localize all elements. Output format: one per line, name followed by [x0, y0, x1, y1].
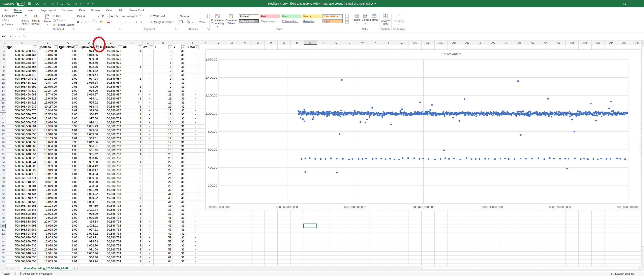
cell-A30[interactable]: 508,868,618,566: [6, 144, 38, 148]
cell-H19[interactable]: 12: [154, 105, 172, 109]
name-box[interactable]: S50 ▾: [0, 34, 12, 39]
cell-A8[interactable]: 508,868,378,555: [6, 65, 38, 69]
cell-E12[interactable]: 50,886,687: [99, 81, 122, 85]
cell-A24[interactable]: 508,868,558,633: [6, 121, 38, 125]
cell-E47[interactable]: 50,886,718: [99, 212, 122, 216]
cell-D58[interactable]: 500.30: [78, 256, 99, 260]
cell-B12[interactable]: 9,847.00: [38, 81, 58, 85]
cell-A37[interactable]: 508,868,698,579: [6, 172, 38, 176]
cell-H8[interactable]: 8: [154, 65, 172, 69]
cell-A16[interactable]: 508,868,469,228: [6, 97, 38, 101]
cell-C50[interactable]: 1.00: [58, 224, 78, 228]
cell-J33[interactable]: -: [186, 156, 199, 160]
column-header-M[interactable]: M: [225, 40, 238, 45]
cell-F54[interactable]: 3: [122, 240, 142, 244]
cell-C8[interactable]: 1.01: [58, 65, 78, 69]
cell-D50[interactable]: 1,003.11: [78, 224, 99, 228]
column-header-D[interactable]: D: [78, 40, 99, 45]
cell-F46[interactable]: 3: [122, 208, 142, 212]
cell-F9[interactable]: -: [122, 69, 142, 73]
cell-J14[interactable]: -: [186, 89, 199, 93]
number-format-select[interactable]: General▾: [179, 14, 208, 18]
cell-C20[interactable]: 1.09: [58, 109, 78, 113]
cell-C49[interactable]: 2.00: [58, 220, 78, 224]
row-header-24[interactable]: 24: [0, 121, 6, 125]
cell-F50[interactable]: 3: [122, 224, 142, 228]
column-header-AM[interactable]: AM: [565, 40, 578, 45]
column-header-AK[interactable]: AK: [539, 40, 552, 45]
cell-H18[interactable]: 12: [154, 101, 172, 105]
row-header-26[interactable]: 26: [0, 129, 6, 133]
cell-H46[interactable]: 37: [154, 208, 172, 212]
analyze-data-button[interactable]: Analyze Data: [380, 14, 391, 25]
cell-E36[interactable]: 50,886,703: [99, 168, 122, 172]
filter-button-QpcDeltaMS[interactable]: [74, 45, 78, 49]
wrap-text-button[interactable]: ↩ Wrap Text: [150, 14, 165, 17]
cell-E8[interactable]: 50,886,671: [99, 65, 122, 69]
cell-A40[interactable]: 508,868,738,601: [6, 184, 38, 188]
cell-H44[interactable]: 34: [154, 200, 172, 204]
cell-I38[interactable]: 31: [172, 176, 186, 180]
menu-tab-help[interactable]: Help: [117, 9, 124, 13]
cell-C34[interactable]: 1.00: [58, 160, 78, 164]
menu-tab-home[interactable]: Home: [14, 9, 22, 13]
cell-C58[interactable]: 2.00: [58, 256, 78, 260]
number-dialog-launcher-icon[interactable]: ↘: [207, 27, 209, 30]
cell-J55[interactable]: -: [186, 244, 199, 248]
column-header-A[interactable]: A: [6, 40, 38, 45]
cell-C22[interactable]: 2.85: [58, 113, 78, 117]
cell-style-normal[interactable]: Normal: [239, 14, 259, 18]
cell-C14[interactable]: 1.02: [58, 89, 78, 93]
row-header-47[interactable]: 47: [0, 212, 6, 216]
cell-H40[interactable]: 28: [154, 184, 172, 188]
cell-H5[interactable]: 8: [154, 53, 172, 57]
cell-E19[interactable]: 50,886,687: [99, 105, 122, 109]
cell-H28[interactable]: 17: [154, 137, 172, 140]
menu-tab-power-pivot[interactable]: Power Pivot: [129, 9, 144, 13]
cell-H35[interactable]: 22: [154, 164, 172, 168]
align-center-icon[interactable]: [127, 21, 130, 23]
cell-J20[interactable]: -: [186, 109, 199, 113]
cell-J32[interactable]: -: [186, 152, 199, 156]
cell-F25[interactable]: 1: [122, 125, 142, 129]
cell-H26[interactable]: 16: [154, 129, 172, 133]
cell-C37[interactable]: 1.01: [58, 172, 78, 176]
cell-F26[interactable]: 1: [122, 129, 142, 133]
row-header-13[interactable]: 13: [0, 85, 6, 89]
cell-E18[interactable]: 50,886,687: [99, 101, 122, 105]
cell-G33[interactable]: -: [142, 156, 154, 160]
cell-G22[interactable]: -: [142, 113, 154, 117]
cell-E59[interactable]: 50,886,734: [99, 260, 122, 264]
cell-G49[interactable]: -: [142, 220, 154, 224]
cell-C26[interactable]: 1.01: [58, 129, 78, 133]
cell-F19[interactable]: 1: [122, 105, 142, 109]
cell-C16[interactable]: 1.06: [58, 97, 78, 101]
cell-F49[interactable]: 3: [122, 220, 142, 224]
font-name-select[interactable]: Calibri▾: [76, 14, 100, 18]
column-header-AG[interactable]: AG: [487, 40, 500, 45]
cell-G23[interactable]: -: [142, 117, 154, 121]
cell-B48[interactable]: 9,992.00: [38, 216, 58, 220]
cell-J6[interactable]: -: [186, 57, 199, 61]
cell-G34[interactable]: -: [142, 160, 154, 164]
cell-H48[interactable]: 41: [154, 216, 172, 220]
cell-H50[interactable]: 45: [154, 224, 172, 228]
cell-D27[interactable]: 1,009.08: [78, 133, 99, 137]
cell-A6[interactable]: 508,868,358,472: [6, 57, 38, 61]
cell-I33[interactable]: 31: [172, 156, 186, 160]
clear-button[interactable]: ◆ Clear▾: [2, 23, 13, 26]
align-bottom-icon[interactable]: [131, 15, 134, 17]
cell-style-calc[interactable]: Calculation: [322, 14, 343, 18]
cell-A50[interactable]: 508,868,848,561: [6, 224, 38, 228]
cell-F41[interactable]: 2: [122, 188, 142, 192]
cell-H24[interactable]: 15: [154, 121, 172, 125]
row-header-28[interactable]: 28: [0, 137, 6, 140]
cell-A39[interactable]: 508,868,718,522: [6, 180, 38, 184]
cell-B49[interactable]: 20,047.00: [38, 220, 58, 224]
accounting-format-button[interactable]: ▾: [180, 20, 184, 23]
clipboard-dialog-launcher-icon[interactable]: ↘: [73, 27, 75, 30]
row-header-29[interactable]: 29: [0, 140, 6, 144]
cell-B46[interactable]: 9,884.00: [38, 208, 58, 212]
cell-A28[interactable]: 508,868,598,659: [6, 137, 38, 140]
column-header-AE[interactable]: AE: [460, 40, 474, 45]
